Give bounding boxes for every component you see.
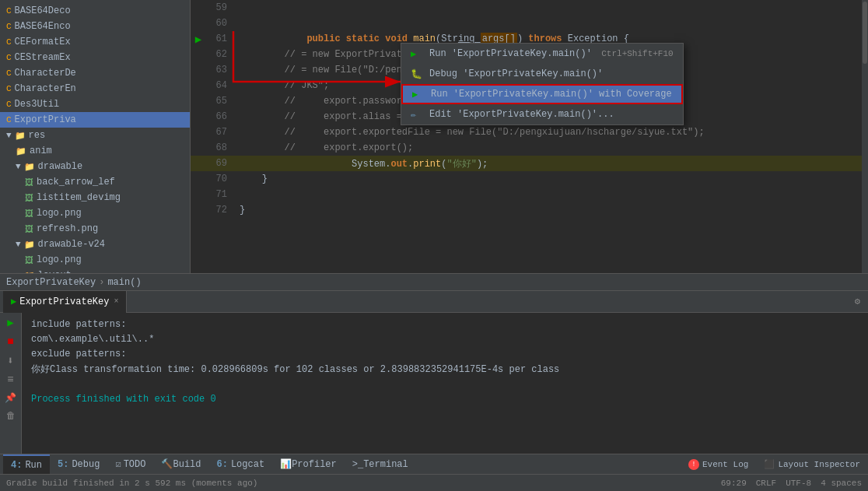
line-num-62: 62: [206, 49, 233, 60]
line-num-59: 59: [206, 2, 233, 13]
tab-label-run: Run: [25, 460, 42, 471]
tree-item-label: refresh.png: [37, 223, 98, 234]
breadcrumb-item-2[interactable]: main(): [107, 277, 141, 288]
code-paren2: );: [477, 159, 488, 170]
folder-expand-icon: ▼: [16, 240, 21, 249]
tree-item-label: anim: [30, 146, 52, 156]
line-num-65: 65: [206, 96, 233, 107]
tab-num-logcat: 6:: [217, 459, 228, 470]
tab-label-logcat: Logcat: [231, 459, 264, 470]
tree-item-charde[interactable]: C CharacterDe: [0, 65, 190, 81]
tree-item-label: drawable-v24: [38, 239, 105, 250]
cursor-position: 69:29: [721, 479, 747, 488]
tab-num-run: 4:: [11, 460, 22, 471]
menu-item-coverage[interactable]: ▶ Run 'ExportPrivateKey.main()' with Cov…: [401, 84, 683, 104]
java-icon: C: [6, 84, 12, 93]
tree-item-charen[interactable]: C CharacterEn: [0, 81, 190, 96]
bottom-toolbar: 4: Run 5: Debug ☑ TODO 🔨 Build 6: Logcat…: [0, 454, 868, 474]
pin-button[interactable]: 📌: [5, 392, 16, 404]
file-tree: C BASE64Deco C BASE64Enco C CEFormatEx C…: [0, 0, 191, 273]
tree-item-exportprivate[interactable]: C ExportPriva: [0, 112, 190, 128]
run-tab-exportprivate[interactable]: ▶ ExportPrivateKey ×: [3, 291, 127, 313]
tree-item-label: back_arrow_lef: [37, 177, 115, 188]
tree-item-des3[interactable]: C Des3Util: [0, 96, 190, 112]
tree-item-drawable-v24[interactable]: ▼ 📁 drawable-v24: [0, 237, 190, 252]
keyword-public: public static void: [306, 33, 413, 44]
breadcrumb-separator: ›: [99, 277, 104, 288]
tree-item-cestream[interactable]: C CEStreamEx: [0, 50, 190, 65]
stop-button[interactable]: ■: [7, 335, 13, 348]
tab-todo[interactable]: ☑ TODO: [107, 454, 153, 475]
tree-item-label: BASE64Deco: [15, 5, 71, 16]
run-tab-close-button[interactable]: ×: [114, 297, 118, 306]
line-num-63: 63: [206, 65, 233, 75]
trash-button[interactable]: 🗑: [6, 410, 16, 422]
menu-item-label: Run 'ExportPrivateKey.main()' with Cover…: [431, 89, 672, 100]
tab-debug[interactable]: 5: Debug: [50, 454, 107, 475]
tree-item-res[interactable]: ▼ 📁 res: [0, 128, 190, 143]
run-icon: ▶: [411, 48, 425, 60]
tree-item-logo-v24[interactable]: 🖼 logo.png: [0, 252, 190, 268]
tab-logcat[interactable]: 6: Logcat: [209, 454, 273, 475]
breadcrumb-item-1[interactable]: ExportPrivateKey: [6, 277, 96, 288]
charset: UTF-8: [786, 479, 811, 488]
layout-inspector-button[interactable]: ⬛ Layout Inspector: [759, 459, 865, 469]
line-num-60: 60: [206, 18, 233, 29]
tab-terminal[interactable]: >_ Terminal: [345, 454, 416, 475]
code-line-67: 67 // export.exportedFile = new File("D:…: [191, 125, 868, 140]
code-line-72: 72 }: [191, 202, 868, 218]
tree-item-label: CEStreamEx: [15, 52, 71, 63]
scroll-to-end-button[interactable]: ⬇: [7, 354, 13, 367]
layout-inspector-label: Layout Inspector: [778, 460, 860, 469]
settings-button[interactable]: ≡: [7, 374, 13, 386]
line-num-72: 72: [206, 205, 233, 216]
folder-icon: 📁: [24, 162, 35, 172]
coverage-icon: ▶: [412, 89, 426, 100]
editor-scrollbar[interactable]: [862, 0, 868, 273]
line-num-61: 61: [206, 33, 233, 44]
tree-item-anim[interactable]: 📁 anim: [0, 143, 190, 159]
tree-item-base64dec[interactable]: C BASE64Deco: [0, 3, 190, 19]
line-endings: CRLF: [756, 479, 776, 488]
folder-icon: 📁: [15, 131, 26, 141]
image-icon: 🖼: [25, 193, 33, 203]
right-tools: ! Event Log ⬛ Layout Inspector: [684, 459, 865, 470]
tree-item-base64enc[interactable]: C BASE64Enco: [0, 19, 190, 34]
tree-item-ceformat[interactable]: C CEFormatEx: [0, 34, 190, 50]
tab-label-build: Build: [173, 459, 201, 470]
code-line-59: 59: [191, 0, 868, 16]
tab-run[interactable]: 4: Run: [3, 454, 50, 475]
tab-label-terminal: Terminal: [363, 459, 408, 470]
tree-item-layout[interactable]: ▼ 📁 layout: [0, 268, 190, 273]
tab-icon-todo: ☑: [115, 458, 121, 470]
edit-icon: ✏: [411, 109, 425, 121]
menu-item-edit[interactable]: ✏ Edit 'ExportPrivateKey.main()'...: [401, 104, 683, 125]
folder-expand-icon: ▼: [16, 162, 21, 171]
output-line-2: com\.example\.util\..*: [31, 332, 859, 347]
folder-expand-icon: ▼: [16, 271, 21, 273]
tree-item-refresh[interactable]: 🖼 refresh.png: [0, 221, 190, 237]
line-num-70: 70: [206, 174, 233, 184]
scroll-thumb[interactable]: [863, 2, 867, 64]
tree-item-listitem[interactable]: 🖼 listitem_devimg: [0, 190, 190, 205]
rerun-button[interactable]: ▶: [7, 316, 13, 329]
menu-item-run[interactable]: ▶ Run 'ExportPrivateKey.main()' Ctrl+Shi…: [401, 44, 683, 64]
bottom-panel: ▶ ExportPrivateKey × ⚙ ▶ ■ ⬇ ≡ 📌 🗑 inclu…: [0, 290, 868, 454]
line-num-71: 71: [206, 189, 233, 200]
menu-item-debug[interactable]: 🐛 Debug 'ExportPrivateKey.main()': [401, 64, 683, 84]
tree-item-label: CharacterDe: [15, 68, 76, 79]
tab-label-profiler: Profiler: [292, 459, 337, 470]
code-line-71: 71: [191, 187, 868, 202]
tab-build[interactable]: 🔨 Build: [153, 454, 208, 475]
tree-item-back-arrow[interactable]: 🖼 back_arrow_lef: [0, 174, 190, 190]
run-tab-label: ExportPrivateKey: [19, 296, 109, 307]
run-panel-settings-button[interactable]: ⚙: [850, 296, 865, 307]
tree-item-drawable[interactable]: ▼ 📁 drawable: [0, 159, 190, 174]
folder-icon: 📁: [24, 240, 35, 250]
tree-item-logo[interactable]: 🖼 logo.png: [0, 205, 190, 221]
image-icon: 🖼: [25, 209, 33, 219]
breadcrumb-bar: ExportPrivateKey › main(): [0, 273, 868, 290]
tab-profiler[interactable]: 📊 Profiler: [272, 454, 345, 475]
java-icon: C: [6, 100, 12, 109]
event-log-button[interactable]: ! Event Log: [684, 459, 753, 470]
